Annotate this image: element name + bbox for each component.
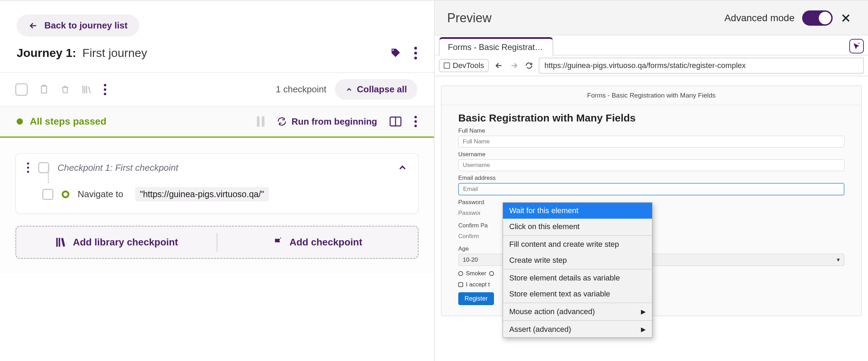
status-label: All steps passed xyxy=(30,116,106,127)
ctx-store-text[interactable]: Store element text as variable xyxy=(503,286,652,302)
advanced-mode-label: Advanced mode xyxy=(724,12,795,24)
ctx-wait-for-element[interactable]: Wait for this element xyxy=(503,203,652,219)
status-more-menu[interactable] xyxy=(414,116,417,127)
ctx-fill-content[interactable]: Fill content and create write step xyxy=(503,236,652,252)
browser-reload-button[interactable] xyxy=(525,61,533,70)
toolbar-more-menu[interactable] xyxy=(103,84,107,95)
add-checkpoint-label: Add checkpoint xyxy=(289,237,362,248)
ctx-create-write-step[interactable]: Create write step xyxy=(503,252,652,268)
add-library-checkpoint-button[interactable]: Add library checkpoint xyxy=(16,227,217,258)
add-library-label: Add library checkpoint xyxy=(73,237,178,248)
page-titlebar: Forms - Basic Registration with Many Fie… xyxy=(442,86,861,105)
browser-tab[interactable]: Forms - Basic Registrati… xyxy=(439,37,553,56)
run-status: All steps passed xyxy=(17,116,106,127)
collapse-all-button[interactable]: Collapse all xyxy=(335,79,418,100)
advanced-mode-toggle[interactable] xyxy=(802,10,833,26)
clipboard-icon[interactable] xyxy=(39,84,49,95)
svg-point-11 xyxy=(414,125,417,127)
ctx-click-on-element[interactable]: Click on this element xyxy=(503,219,652,235)
ctx-store-details[interactable]: Store element details as variable xyxy=(503,270,652,286)
svg-point-13 xyxy=(27,167,29,169)
svg-point-4 xyxy=(104,84,106,86)
smoker-radio[interactable] xyxy=(458,271,463,276)
svg-point-16 xyxy=(859,43,860,43)
element-selector-tool[interactable] xyxy=(849,39,864,53)
step-action: Navigate to xyxy=(78,189,123,200)
username-label: Username xyxy=(458,151,844,158)
pause-icon[interactable] xyxy=(257,116,264,127)
checkpoint-collapse-toggle[interactable] xyxy=(397,162,408,173)
submenu-arrow-icon: ▶ xyxy=(641,308,646,316)
step-url: "https://guinea-pigs.virtuoso.qa/" xyxy=(135,187,269,201)
preview-title: Preview xyxy=(447,11,492,25)
svg-rect-3 xyxy=(42,86,47,93)
select-all-checkbox[interactable] xyxy=(15,83,28,96)
submenu-arrow-icon: ▶ xyxy=(641,326,646,333)
svg-point-17 xyxy=(858,43,858,43)
step-checkbox[interactable] xyxy=(42,189,53,200)
arrow-left-icon xyxy=(28,21,38,31)
journey-more-menu[interactable] xyxy=(414,47,417,60)
side-panel-icon[interactable] xyxy=(390,116,401,127)
accept-checkbox[interactable] xyxy=(458,282,463,287)
ctx-assert[interactable]: Assert (advanced)▶ xyxy=(503,321,652,337)
status-dot-icon xyxy=(17,118,23,125)
password-input[interactable] xyxy=(458,208,484,219)
back-label: Back to journey list xyxy=(44,20,128,31)
tag-icon[interactable] xyxy=(390,47,401,59)
age-value: 10-20 xyxy=(463,257,478,263)
checkpoint-label: Checkpoint 1: xyxy=(58,162,113,173)
chevron-up-icon xyxy=(345,86,353,93)
svg-point-12 xyxy=(27,162,29,165)
checkpoint-drag-handle[interactable] xyxy=(26,162,30,173)
browser-back-button[interactable] xyxy=(494,61,503,70)
svg-point-5 xyxy=(104,88,106,91)
run-from-beginning-button[interactable]: Run from beginning xyxy=(277,116,377,127)
smoker-label: Smoker xyxy=(466,270,486,277)
checkpoint-count: 1 checkpoint xyxy=(276,84,327,95)
element-context-menu: Wait for this element Click on this elem… xyxy=(503,202,652,338)
fullname-input[interactable] xyxy=(458,136,844,148)
svg-point-10 xyxy=(414,120,417,123)
step-status-icon xyxy=(62,191,69,198)
checkpoint-card: Checkpoint 1: First checkpoint Navigate … xyxy=(15,153,419,214)
run-label: Run from beginning xyxy=(292,116,377,127)
trash-icon[interactable] xyxy=(60,84,70,95)
chevron-down-icon: ▾ xyxy=(837,256,840,263)
devtools-checkbox[interactable] xyxy=(444,62,450,69)
devtools-label: DevTools xyxy=(453,61,484,70)
journey-editor-panel: Back to journey list Journey 1: First jo… xyxy=(0,1,435,361)
confirm-password-input[interactable] xyxy=(458,231,483,242)
checkpoint-name: First checkpoint xyxy=(115,162,178,173)
step-row[interactable]: Navigate to "https://guinea-pigs.virtuos… xyxy=(26,173,408,207)
svg-point-1 xyxy=(414,52,417,54)
library-add-icon xyxy=(55,236,67,248)
svg-point-14 xyxy=(27,171,29,173)
browser-forward-button[interactable] xyxy=(510,61,519,70)
fullname-label: Full Name xyxy=(458,127,844,134)
svg-point-15 xyxy=(858,43,859,44)
svg-point-6 xyxy=(104,93,106,95)
journey-name: First journey xyxy=(82,46,147,59)
journey-title: Journey 1: First journey xyxy=(17,46,147,60)
register-button[interactable]: Register xyxy=(458,292,494,305)
library-icon[interactable] xyxy=(81,84,92,95)
browser-url-input[interactable] xyxy=(539,58,864,74)
email-input[interactable] xyxy=(458,183,844,195)
username-input[interactable] xyxy=(458,159,844,171)
add-checkpoint-button[interactable]: Add checkpoint xyxy=(217,227,418,258)
svg-point-9 xyxy=(414,116,417,118)
email-label: Email address xyxy=(458,175,844,182)
flag-add-icon xyxy=(273,236,283,248)
journey-label: Journey 1: xyxy=(17,46,76,59)
ctx-mouse-action[interactable]: Mouse action (advanced)▶ xyxy=(503,304,652,320)
svg-point-2 xyxy=(414,57,417,59)
accept-label: I accept t xyxy=(466,281,490,288)
page-heading: Basic Registration with Many Fields xyxy=(458,112,844,124)
close-preview-button[interactable] xyxy=(840,12,851,24)
back-to-journey-list-button[interactable]: Back to journey list xyxy=(17,15,139,36)
svg-point-0 xyxy=(414,47,417,49)
smoker-radio-2[interactable] xyxy=(489,271,494,276)
collapse-label: Collapse all xyxy=(357,84,407,95)
devtools-toggle[interactable]: DevTools xyxy=(439,59,489,72)
